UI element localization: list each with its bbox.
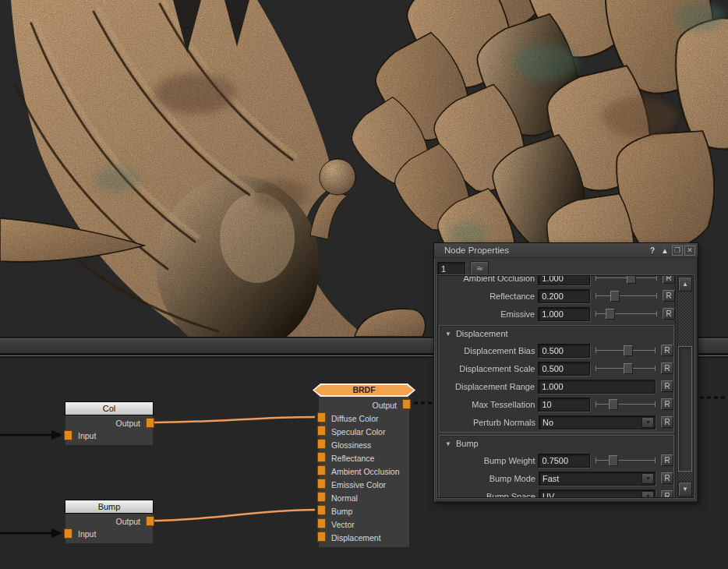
scrollbar-thumb[interactable] [678, 346, 692, 472]
max-tessellation-slider[interactable] [595, 398, 656, 411]
dropdown-value: No [542, 418, 553, 427]
connector-icon[interactable] [64, 528, 72, 539]
displacement-scale-slider[interactable] [595, 362, 656, 375]
connector-icon[interactable] [146, 418, 154, 428]
emissive-slider[interactable] [595, 308, 657, 320]
connector-icon[interactable] [146, 516, 154, 526]
reset-button[interactable]: R [661, 490, 673, 498]
chevron-down-icon[interactable]: ▼ [641, 491, 654, 499]
connector-icon[interactable] [402, 399, 411, 409]
node-bump-title[interactable]: Bump [65, 500, 154, 514]
connector-icon[interactable] [317, 412, 326, 422]
displacement-section-header[interactable]: ▼ Displacement [440, 326, 673, 341]
section-title: Bump [456, 439, 479, 448]
node-col-input-port[interactable]: Input [65, 429, 153, 442]
connector-icon[interactable] [317, 465, 326, 475]
brdf-input-normal[interactable]: Normal [319, 491, 409, 504]
reset-button[interactable]: R [663, 308, 675, 320]
node-brdf-header[interactable]: BRDF [313, 383, 415, 397]
connector-icon[interactable] [317, 479, 326, 489]
node-col-title[interactable]: Col [65, 401, 154, 415]
scroll-up-button[interactable]: ▲ [678, 277, 692, 292]
emissive-input[interactable]: 1.000 [538, 307, 590, 321]
connector-icon[interactable] [317, 492, 326, 502]
chevron-down-icon[interactable]: ▼ [641, 417, 654, 428]
field-label: Displacement Scale [441, 364, 535, 373]
brdf-input-emissive-color[interactable]: Emissive Color [319, 478, 409, 491]
brdf-input-specular-color[interactable]: Specular Color [319, 425, 409, 438]
ambient-occlusion-input[interactable]: 1.000 [538, 275, 590, 285]
bump-weight-slider[interactable] [595, 454, 656, 467]
connector-icon[interactable] [317, 518, 326, 528]
port-label: Output [115, 517, 140, 526]
help-icon[interactable]: ? [647, 246, 658, 256]
panel-title: Node Properties [444, 246, 509, 255]
section-title: Displacement [456, 329, 508, 338]
panel-scroll-area[interactable]: Ambient Occlusion 1.000 R Reflectance 0.… [437, 275, 676, 498]
reset-button[interactable]: R [661, 472, 673, 484]
connector-icon[interactable] [317, 439, 326, 449]
row-reflectance: Reflectance 0.200 R [438, 287, 675, 305]
port-label: Glossiness [331, 440, 371, 450]
panel-titlebar[interactable]: Node Properties ? ▲ ❐ ✕ [434, 243, 698, 258]
bump-section: ▼ Bump Bump Weight 0.7500 R Bump Mode Fa… [439, 435, 674, 498]
connector-icon[interactable] [317, 532, 326, 542]
port-label: Reflectance [331, 454, 374, 463]
reset-button[interactable]: R [663, 275, 675, 284]
brdf-input-glossiness[interactable]: Glossiness [319, 438, 409, 451]
node-brdf[interactable]: BRDF Output Diffuse Color Specular Color [318, 396, 410, 548]
connector-icon[interactable] [317, 452, 326, 462]
reflectance-input[interactable]: 0.200 [538, 289, 590, 303]
brdf-input-bump[interactable]: Bump [319, 504, 409, 518]
node-bump-input-port[interactable]: Input [65, 528, 153, 540]
reset-button[interactable]: R [663, 290, 675, 302]
node-index-field[interactable]: 1 [437, 262, 465, 276]
connector-icon[interactable] [64, 430, 72, 440]
panel-scrollbar[interactable]: ▲ ▼ [677, 275, 694, 498]
brdf-input-displacement[interactable]: Displacement [319, 531, 409, 544]
max-tessellation-input[interactable]: 10 [538, 398, 589, 412]
collapse-triangle-icon: ▼ [445, 330, 451, 338]
rollup-icon[interactable]: ▲ [659, 246, 670, 256]
displacement-range-input[interactable]: 1.000 [538, 380, 656, 394]
node-col[interactable]: Col Output Input [65, 401, 154, 446]
bump-mode-dropdown[interactable]: Fast ▼ [539, 472, 656, 486]
bump-section-header[interactable]: ▼ Bump [440, 436, 673, 451]
brdf-input-diffuse-color[interactable]: Diffuse Color [319, 412, 409, 425]
brdf-input-reflectance[interactable]: Reflectance [319, 451, 409, 465]
reset-button[interactable]: R [661, 362, 673, 374]
displacement-section: ▼ Displacement Displacement Bias 0.500 R… [439, 325, 674, 433]
reset-button[interactable]: R [661, 345, 673, 356]
ambient-occlusion-slider[interactable] [595, 275, 657, 284]
reset-button[interactable]: R [661, 380, 673, 392]
brdf-input-vector[interactable]: Vector [319, 518, 409, 531]
connector-icon[interactable] [317, 426, 326, 436]
connector-icon[interactable] [317, 505, 326, 515]
field-label: Ambient Occlusion [440, 275, 535, 283]
port-label: Diffuse Color [331, 414, 379, 423]
displacement-scale-input[interactable]: 0.500 [538, 362, 589, 376]
brdf-output-port[interactable]: Output [319, 398, 409, 412]
node-bump-output-port[interactable]: Output [65, 515, 153, 528]
scroll-down-button[interactable]: ▼ [678, 482, 692, 497]
displacement-bias-input[interactable]: 0.500 [538, 344, 589, 358]
bump-space-dropdown[interactable]: UV ▼ [539, 489, 656, 499]
node-bump[interactable]: Bump Output Input [65, 500, 154, 544]
field-label: Max Tessellation [441, 400, 535, 409]
bump-weight-input[interactable]: 0.7500 [538, 454, 589, 468]
reset-button[interactable]: R [661, 416, 673, 428]
chevron-down-icon[interactable]: ▼ [641, 473, 654, 484]
reset-button[interactable]: R [661, 398, 673, 410]
port-label: Emissive Color [331, 480, 386, 489]
close-icon[interactable]: ✕ [684, 246, 695, 256]
reflectance-slider[interactable] [595, 290, 657, 302]
port-label: Output [115, 419, 140, 428]
displacement-bias-slider[interactable] [595, 345, 656, 357]
node-properties-panel: Node Properties ? ▲ ❐ ✕ 1 ≡x Ambient Occ… [433, 242, 698, 503]
edit-button[interactable]: ≡x [470, 261, 489, 276]
node-col-output-port[interactable]: Output [65, 417, 153, 429]
stack-windows-icon[interactable]: ❐ [672, 246, 683, 256]
brdf-input-ambient-occlusion[interactable]: Ambient Occlusion [319, 465, 409, 478]
perturb-normals-dropdown[interactable]: No ▼ [539, 415, 656, 429]
reset-button[interactable]: R [661, 454, 673, 466]
